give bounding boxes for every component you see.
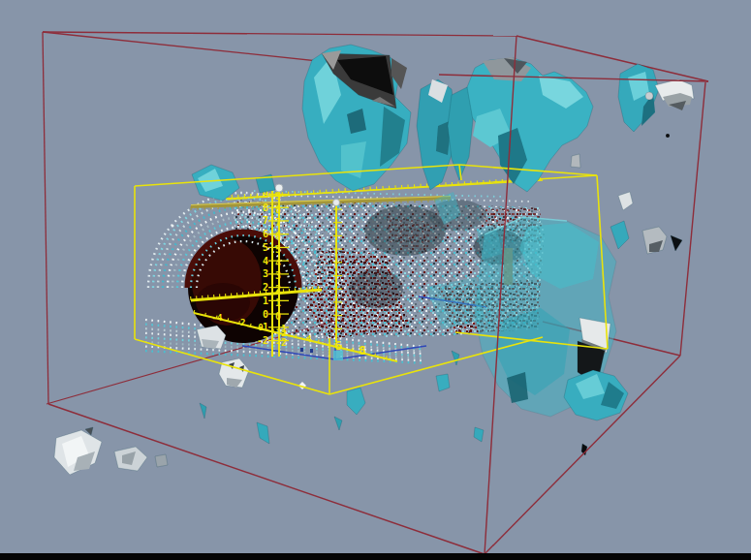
vertical-axis-tick-label: 5 — [263, 242, 268, 253]
black-speck — [666, 134, 670, 138]
vertical-axis-tick-label: 1 — [263, 296, 268, 306]
vertical-axis-tick-label: 3 — [263, 268, 268, 279]
vertical-axis-tick-label-echo: 4 — [275, 258, 281, 268]
vertical-axis-tick-label: 2 — [263, 282, 268, 293]
vertical-axis-tick-label: 4 — [263, 256, 268, 266]
render-viewport[interactable]: 99887766554433221100-1-1-2-2 -4-202468 — [0, 0, 751, 560]
vertical-axis-tick-label-echo: 7 — [275, 217, 281, 228]
vertical-axis-tick-label-echo: 2 — [275, 284, 281, 295]
vertical-axis-tick-label: -2 — [257, 335, 268, 346]
vertical-axis-tick-label-echo: -2 — [275, 337, 287, 348]
vertical-axis-tick-label: 7 — [263, 215, 268, 226]
vertical-axis-tick-label: 6 — [263, 229, 268, 239]
vertical-axis-tick-label: 8 — [263, 202, 268, 213]
gray-cone-small — [571, 154, 580, 168]
horizontal-axis-tick-label: -2 — [235, 318, 246, 327]
horizontal-axis-tick-label: 0 — [258, 323, 263, 332]
vertical-axis-tick-label-echo: 6 — [275, 231, 281, 241]
horizontal-axis-tick-label: 2 — [281, 328, 286, 338]
axis-sphere-marker-2 — [333, 200, 340, 206]
vertical-axis-tick-label: 0 — [263, 309, 268, 320]
vertical-axis-tick-label-echo: 8 — [275, 204, 281, 215]
horizontal-axis-tick-label: 4 — [306, 334, 312, 344]
vertical-axis-tick-label-echo: 1 — [275, 297, 281, 308]
vertical-axis-tick-label-echo: 0 — [275, 311, 281, 322]
vertical-axis-tick-label-echo: 3 — [275, 270, 281, 281]
letterbox-bar — [0, 553, 751, 560]
horizontal-axis-tick-label: -4 — [212, 313, 223, 323]
vertical-axis-tick-label-echo: 5 — [275, 244, 281, 255]
horizontal-axis-tick-label-large: 8 — [359, 343, 366, 358]
axis-sphere-marker — [275, 184, 283, 192]
scene-canvas: 99887766554433221100-1-1-2-2 -4-202468 — [0, 0, 751, 560]
horizontal-axis-tick-label-large: 6 — [334, 338, 342, 353]
vertical-axis-tick-label-echo: 9 — [275, 191, 281, 202]
